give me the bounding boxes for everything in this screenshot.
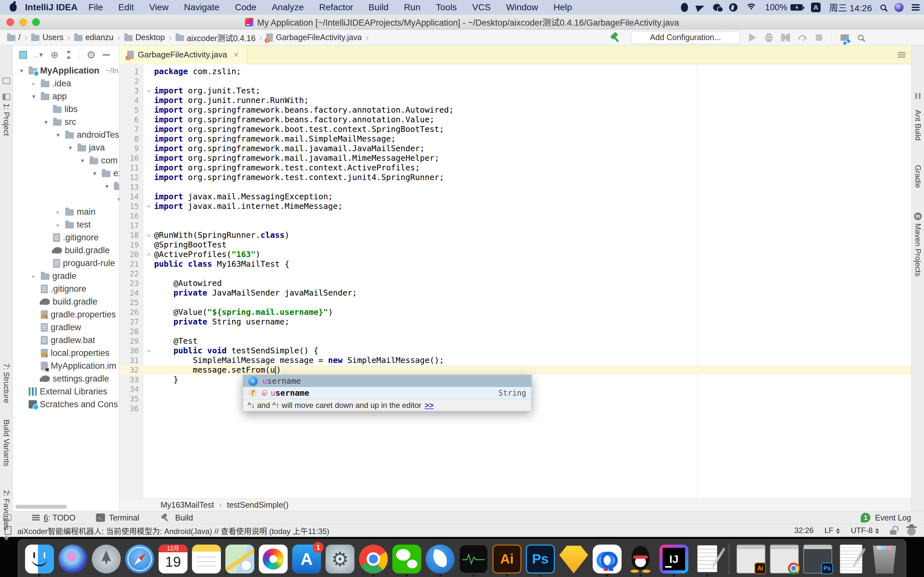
tree-item-androidTes[interactable]: ▾androidTes — [13, 128, 119, 141]
tree-item-gradle.properties[interactable]: gradle.properties — [13, 308, 119, 321]
caret-position[interactable]: 32:26 — [794, 526, 814, 535]
bird-menubar-icon[interactable] — [729, 3, 737, 11]
editor-options-icon[interactable] — [898, 52, 905, 53]
breadcrumb-item[interactable]: edianzu — [73, 33, 115, 42]
breadcrumb-item[interactable]: / — [6, 33, 22, 42]
sidebar-item-gradle[interactable]: Gradle — [911, 165, 924, 188]
menu-item-file[interactable]: File — [81, 2, 110, 13]
dock-textedit[interactable] — [692, 545, 723, 576]
dock-window-photoshop[interactable]: Ps — [802, 545, 834, 576]
wechat-menubar-icon[interactable] — [713, 4, 721, 11]
code-line-24[interactable]: 24 private JavaMailSender javaMailSender… — [119, 288, 911, 298]
qq-menubar-icon[interactable] — [681, 3, 688, 12]
code-line-4[interactable]: 4import org.junit.runner.RunWith; — [119, 96, 911, 105]
code-line-28[interactable]: 28 — [119, 327, 911, 336]
unlock-icon[interactable] — [890, 530, 897, 535]
dock-wechat[interactable] — [391, 545, 422, 576]
dock-qq[interactable] — [625, 545, 656, 576]
code-line-29[interactable]: 29 @Test — [119, 336, 911, 346]
dock-intellij[interactable]: IJ — [658, 545, 690, 576]
sidebar-item-ant-build[interactable]: Ant Build — [911, 110, 924, 140]
code-line-17[interactable]: 17 — [119, 221, 911, 230]
completion-item-username[interactable]: usernameString — [243, 387, 531, 399]
code-line-18[interactable]: 18@RunWith(SpringRunner.class) — [119, 230, 911, 240]
toolwindow-quick-icon[interactable] — [0, 78, 13, 84]
code-line-1[interactable]: 1package com.zslin; — [119, 67, 911, 76]
fold-open-icon[interactable] — [147, 233, 151, 237]
tree-down-arrow-icon[interactable]: ▾ — [29, 93, 38, 100]
project-view-selector[interactable]: ..▾ — [34, 51, 44, 59]
code-line-27[interactable]: 27 private String username; — [119, 317, 911, 327]
tree-item-node[interactable]: ▾ — [13, 180, 119, 193]
code-line-2[interactable]: 2 — [119, 76, 911, 86]
dock-activity-monitor[interactable] — [458, 545, 489, 576]
tree-down-arrow-icon[interactable]: ▾ — [78, 157, 87, 164]
tree-down-arrow-icon[interactable]: ▾ — [66, 144, 74, 152]
dock-illustrator[interactable]: Ai — [491, 545, 522, 576]
fold-open-icon[interactable] — [147, 88, 151, 92]
menu-item-navigate[interactable]: Navigate — [176, 2, 227, 13]
fold-end-icon[interactable] — [147, 253, 151, 257]
sidebar-item-project[interactable]: 1: Project — [0, 94, 13, 136]
dock-chrome[interactable] — [358, 545, 389, 576]
code-line-20[interactable]: 20@ActiveProfiles("163") — [119, 250, 911, 259]
dock-dingtalk[interactable] — [424, 545, 456, 576]
tree-item-main[interactable]: ▸main — [13, 205, 119, 218]
paper-plane-icon[interactable] — [695, 3, 705, 12]
sidebar-item-build-variants[interactable]: Build Variants — [0, 419, 13, 466]
tree-item-exa[interactable]: ▾exa — [13, 167, 119, 180]
breadcrumb-method[interactable]: testSendSimple() — [227, 500, 289, 509]
fold-open-icon[interactable] — [147, 348, 151, 352]
stop-icon[interactable] — [816, 34, 822, 41]
dock-notes[interactable] — [191, 545, 222, 576]
code-line-5[interactable]: 5import org.springframework.beans.factor… — [119, 105, 911, 115]
sidebar-item-structure[interactable]: 7: Structure — [0, 363, 13, 403]
menu-item-refactor[interactable]: Refactor — [311, 2, 361, 13]
code-line-9[interactable]: 9import org.springframework.mail.javamai… — [119, 144, 911, 153]
dock-maps[interactable] — [224, 545, 256, 576]
tree-item-com[interactable]: ▾com — [13, 154, 119, 167]
dock-window-chrome[interactable] — [769, 545, 800, 576]
completion-item-username[interactable]: username — [243, 375, 531, 387]
gear-icon[interactable]: ⚙ — [86, 50, 96, 60]
menu-app-name[interactable]: IntelliJ IDEA — [25, 2, 77, 13]
menu-item-code[interactable]: Code — [227, 2, 264, 13]
dock-finder[interactable] — [24, 545, 55, 576]
locate-file-icon[interactable]: ⊕ — [50, 50, 58, 60]
breadcrumb-item[interactable]: GarbageFileActivity.java — [265, 33, 363, 42]
tree-item-gradle[interactable]: ▸gradle — [13, 269, 119, 282]
menu-item-tools[interactable]: Tools — [428, 2, 464, 13]
battery-indicator[interactable]: 100% — [765, 3, 803, 13]
input-method-icon[interactable]: A — [811, 3, 821, 12]
dock-trash[interactable] — [869, 545, 900, 576]
dock-calendar[interactable]: 12月19 — [157, 545, 189, 576]
dock-baidu-netdisk[interactable] — [592, 545, 623, 576]
completion-hint-link[interactable]: >> — [424, 401, 434, 410]
code-line-19[interactable]: 19@SpringBootTest — [119, 240, 911, 250]
sidebar-item-maven[interactable]: m Maven Projects — [911, 213, 924, 276]
tree-item-src[interactable]: ▾src — [13, 116, 119, 128]
spotlight-search-icon[interactable] — [880, 5, 886, 10]
menu-clock[interactable]: 周三 14:26 — [829, 1, 872, 14]
code-editor[interactable]: 1package com.zslin;23import org.junit.Te… — [119, 64, 911, 498]
collapse-all-icon[interactable] — [66, 51, 72, 59]
close-tab-icon[interactable]: × — [234, 50, 239, 60]
tree-item-local.properties[interactable]: local.properties — [13, 347, 119, 359]
code-line-6[interactable]: 6import org.springframework.beans.factor… — [119, 115, 911, 124]
breadcrumb-item[interactable]: aixcoder测试0.4.16 — [174, 32, 257, 44]
wifi-icon[interactable] — [746, 3, 757, 11]
apple-menu-icon[interactable] — [10, 3, 17, 11]
breadcrumb-class[interactable]: My163MailTest — [161, 500, 214, 509]
breadcrumb-item[interactable]: Desktop — [123, 33, 166, 42]
tree-item-settings.gradle[interactable]: settings.gradle — [13, 372, 119, 385]
dock-siri[interactable] — [57, 545, 89, 576]
project-structure-icon[interactable] — [840, 34, 849, 41]
tree-item-.gitignore[interactable]: .gitignore — [13, 231, 119, 244]
code-line-22[interactable]: 22 — [119, 269, 911, 279]
tree-item-libs[interactable]: libs — [13, 103, 119, 116]
horizontal-scrollbar[interactable] — [15, 505, 67, 509]
toolwindows-icon[interactable] — [3, 514, 11, 521]
tree-down-arrow-icon[interactable]: ▾ — [115, 195, 119, 203]
menu-item-view[interactable]: View — [142, 2, 176, 13]
dock-app-store[interactable]: 1 — [291, 545, 323, 576]
